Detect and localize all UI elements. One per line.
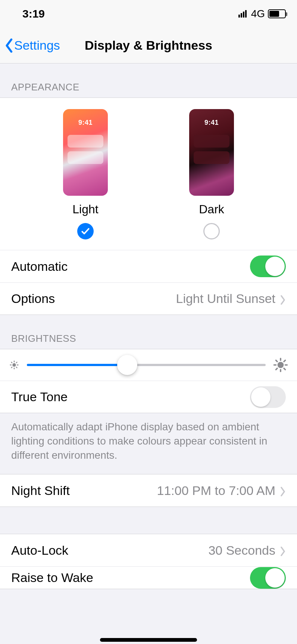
chevron-left-icon — [5, 38, 13, 53]
svg-line-7 — [12, 367, 12, 368]
light-label: Light — [72, 202, 98, 216]
status-right-cluster: 4G — [238, 8, 286, 20]
appearance-option-light[interactable]: 9:41 Light — [46, 109, 125, 239]
automatic-label: Automatic — [11, 259, 68, 274]
preview-time: 9:41 — [204, 119, 219, 127]
brightness-header: BRIGHTNESS — [0, 315, 297, 349]
svg-line-14 — [276, 360, 278, 362]
night-shift-group: Night Shift 11:00 PM to 7:00 AM — [0, 474, 297, 507]
night-shift-label: Night Shift — [11, 483, 70, 498]
battery-icon — [268, 9, 286, 18]
raise-to-wake-row: Raise to Wake — [0, 566, 297, 589]
cellular-signal-icon — [238, 10, 247, 18]
raise-to-wake-label: Raise to Wake — [11, 570, 93, 585]
svg-line-16 — [276, 368, 278, 370]
chevron-right-icon — [280, 294, 286, 304]
svg-line-17 — [284, 360, 285, 362]
appearance-option-dark[interactable]: 9:41 Dark — [172, 109, 251, 239]
chevron-right-icon — [280, 485, 286, 496]
home-indicator[interactable] — [100, 638, 197, 642]
back-button[interactable]: Settings — [0, 38, 60, 53]
options-row[interactable]: Options Light Until Sunset — [0, 282, 297, 315]
auto-lock-row[interactable]: Auto-Lock 30 Seconds — [0, 534, 297, 566]
night-shift-value: 11:00 PM to 7:00 AM — [157, 483, 275, 498]
dark-preview: 9:41 — [189, 109, 234, 196]
brightness-slider[interactable] — [27, 364, 266, 366]
page-title: Display & Brightness — [85, 38, 212, 53]
dark-label: Dark — [199, 202, 224, 216]
sun-low-icon — [9, 360, 19, 370]
automatic-toggle[interactable] — [250, 256, 286, 277]
appearance-group: 9:41 Light 9:41 Dark Automatic Options L… — [0, 97, 297, 315]
true-tone-label: True Tone — [11, 390, 68, 404]
appearance-options: 9:41 Light 9:41 Dark — [0, 98, 297, 250]
svg-line-15 — [284, 368, 285, 370]
light-radio[interactable] — [77, 223, 94, 239]
brightness-group: True Tone — [0, 349, 297, 413]
light-preview: 9:41 — [63, 109, 108, 196]
svg-point-0 — [12, 363, 16, 366]
automatic-row: Automatic — [0, 250, 297, 282]
raise-to-wake-toggle[interactable] — [250, 567, 286, 589]
chevron-right-icon — [280, 545, 286, 555]
true-tone-toggle[interactable] — [250, 386, 286, 408]
lock-group: Auto-Lock 30 Seconds Raise to Wake — [0, 534, 297, 589]
true-tone-row: True Tone — [0, 381, 297, 413]
auto-lock-value: 30 Seconds — [208, 543, 275, 558]
network-label: 4G — [251, 8, 265, 20]
auto-lock-label: Auto-Lock — [11, 543, 68, 558]
options-label: Options — [11, 291, 55, 306]
brightness-slider-row — [0, 349, 297, 381]
night-shift-row[interactable]: Night Shift 11:00 PM to 7:00 AM — [0, 474, 297, 507]
true-tone-description: Automatically adapt iPhone display based… — [0, 413, 297, 474]
dark-radio[interactable] — [203, 223, 220, 239]
appearance-header: APPEARANCE — [0, 64, 297, 97]
status-time: 3:19 — [22, 7, 45, 20]
sun-high-icon — [273, 357, 288, 372]
svg-line-5 — [12, 362, 12, 363]
status-bar: 3:19 4G — [0, 0, 297, 28]
preview-time: 9:41 — [78, 119, 93, 127]
svg-line-8 — [16, 362, 17, 363]
nav-bar: Settings Display & Brightness — [0, 28, 297, 64]
options-value: Light Until Sunset — [176, 291, 276, 306]
back-label: Settings — [14, 38, 60, 53]
svg-point-9 — [278, 362, 284, 368]
svg-line-6 — [16, 367, 17, 368]
